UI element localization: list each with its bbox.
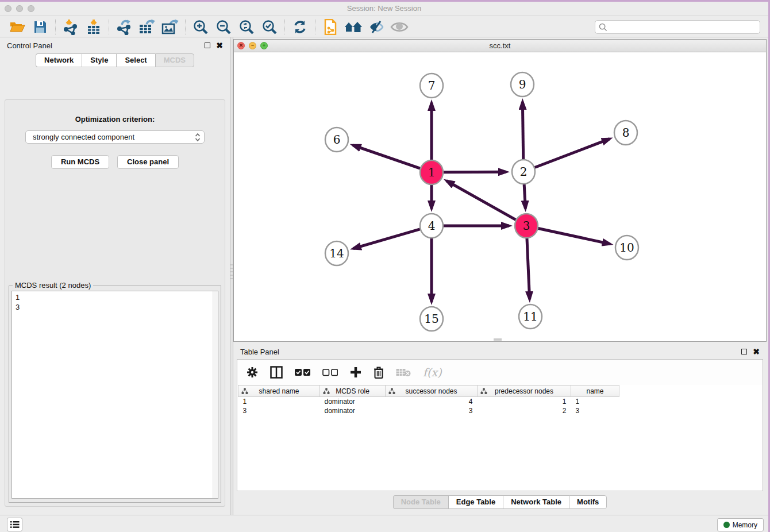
zoom-out-icon [216, 20, 231, 34]
graph-node-2[interactable]: 2 [512, 160, 535, 184]
column-header-mcds-role[interactable]: MCDS role [320, 385, 386, 397]
close-table-panel-icon[interactable]: ✖ [753, 348, 760, 356]
search-box[interactable] [595, 20, 760, 34]
graph-node-9[interactable]: 9 [511, 72, 534, 97]
tab-mcds[interactable]: MCDS [155, 53, 194, 67]
network-window-titlebar[interactable]: ✕ – + scc.txt [234, 40, 766, 52]
home-button[interactable] [342, 18, 365, 36]
zoom-fit-button[interactable] [235, 18, 258, 36]
column-header-successor-nodes[interactable]: successor nodes [386, 385, 478, 397]
graph-edge-3-10[interactable] [538, 228, 610, 244]
split-columns-icon[interactable] [270, 366, 283, 379]
network-window: ✕ – + scc.txt 7968124314101511 [233, 39, 767, 342]
search-input[interactable] [607, 23, 756, 31]
toolbar-separator [109, 20, 109, 34]
add-column-icon[interactable] [350, 367, 361, 378]
export-table-icon [138, 19, 156, 35]
svg-text:3: 3 [523, 219, 530, 233]
tab-network[interactable]: Network [36, 53, 82, 67]
close-panel-button[interactable]: Close panel [117, 155, 179, 169]
import-network-button[interactable] [59, 18, 82, 36]
export-network-icon [116, 19, 132, 35]
column-type-icon [388, 388, 395, 395]
network-file-icon [323, 19, 338, 35]
open-folder-icon [9, 20, 25, 34]
tab-style[interactable]: Style [82, 53, 116, 67]
close-panel-icon[interactable]: ✖ [216, 41, 223, 49]
tab-network-table[interactable]: Network Table [503, 495, 569, 509]
table-row[interactable]: 3 dominator 3 2 3 [238, 406, 619, 415]
table-toolbar: f(x) [237, 360, 763, 385]
graph-edge-2-9[interactable] [522, 102, 523, 160]
mcds-tab-content: Optimization criterion: strongly connect… [5, 99, 225, 507]
hide-panels-button[interactable] [365, 18, 388, 36]
zoom-selected-button[interactable] [258, 18, 281, 36]
function-builder-icon[interactable]: f(x) [423, 366, 442, 379]
float-table-panel-icon[interactable] [741, 349, 747, 354]
splitter-grip[interactable] [230, 264, 233, 279]
graph-node-7[interactable]: 7 [420, 74, 443, 98]
graph-edge-1-6[interactable] [353, 145, 420, 168]
optimization-criterion-label: Optimization criterion: [5, 115, 225, 124]
mcds-result-text[interactable]: 1 3 [11, 291, 218, 499]
run-mcds-button[interactable]: Run MCDS [51, 155, 109, 169]
graph-edge-1-2[interactable] [444, 172, 506, 172]
mcds-result-group: MCDS result (2 nodes) 1 3 [9, 286, 221, 503]
column-header-predecessor-nodes[interactable]: predecessor nodes [478, 385, 571, 397]
graph-edge-2-8[interactable] [535, 139, 610, 168]
graph-node-6[interactable]: 6 [325, 128, 348, 152]
app-title: Session: New Session [0, 4, 768, 13]
graph-node-10[interactable]: 10 [615, 236, 638, 260]
zoom-selected-icon [262, 20, 277, 34]
import-table-button[interactable] [82, 18, 105, 36]
float-panel-icon[interactable] [205, 43, 210, 48]
svg-text:6: 6 [333, 133, 341, 147]
export-image-button[interactable] [159, 18, 182, 36]
graph-node-14[interactable]: 14 [325, 241, 348, 265]
tab-node-table[interactable]: Node Table [393, 495, 448, 509]
export-network-button[interactable] [113, 18, 136, 36]
network-from-file-button[interactable] [319, 18, 342, 36]
graph-node-3[interactable]: 3 [515, 214, 538, 238]
memory-button[interactable]: Memory [717, 518, 764, 531]
graph-edge-2-3[interactable] [524, 184, 525, 209]
show-view-button[interactable] [388, 18, 411, 36]
column-header-shared-name[interactable]: shared name [238, 385, 320, 397]
tab-select[interactable]: Select [116, 53, 155, 67]
select-all-checkboxes-icon[interactable] [295, 369, 310, 376]
graph-edge-3-11[interactable] [527, 238, 530, 299]
tab-edge-table[interactable]: Edge Table [448, 495, 503, 509]
result-scrollbar[interactable] [213, 291, 218, 498]
canvas-resize-grip[interactable] [494, 338, 502, 341]
tab-motifs[interactable]: Motifs [569, 495, 607, 509]
deselect-all-checkboxes-icon[interactable] [322, 369, 338, 376]
graph-node-1[interactable]: 1 [420, 160, 443, 184]
app-titlebar: Session: New Session [0, 2, 768, 16]
open-session-button[interactable] [6, 18, 29, 36]
table-row[interactable]: 1 dominator 4 1 1 [238, 397, 619, 406]
svg-text:11: 11 [523, 310, 537, 323]
criterion-selected-value: strongly connected component [33, 133, 195, 141]
gear-icon[interactable] [247, 367, 258, 378]
export-table-button[interactable] [136, 18, 159, 36]
graph-node-8[interactable]: 8 [614, 121, 637, 145]
graph-edge-3-1[interactable] [446, 181, 516, 220]
graph-edge-4-14[interactable] [353, 229, 420, 249]
svg-text:7: 7 [428, 79, 436, 92]
node-table: shared name MCDS role [238, 385, 619, 415]
graph-node-4[interactable]: 4 [420, 214, 443, 238]
delete-table-icon[interactable] [396, 368, 411, 377]
graph-node-15[interactable]: 15 [420, 307, 443, 331]
criterion-select[interactable]: strongly connected component [25, 130, 205, 144]
refresh-button[interactable] [288, 18, 311, 36]
graph-node-11[interactable]: 11 [519, 304, 542, 329]
task-history-button[interactable] [7, 518, 22, 531]
zoom-in-button[interactable] [189, 18, 212, 36]
delete-column-icon[interactable] [374, 367, 384, 379]
memory-status-icon [723, 522, 730, 528]
save-session-button[interactable] [29, 18, 52, 36]
svg-text:15: 15 [424, 312, 438, 326]
zoom-out-button[interactable] [212, 18, 235, 36]
network-canvas[interactable]: 7968124314101511 [234, 52, 766, 341]
column-header-name[interactable]: name [571, 385, 619, 397]
